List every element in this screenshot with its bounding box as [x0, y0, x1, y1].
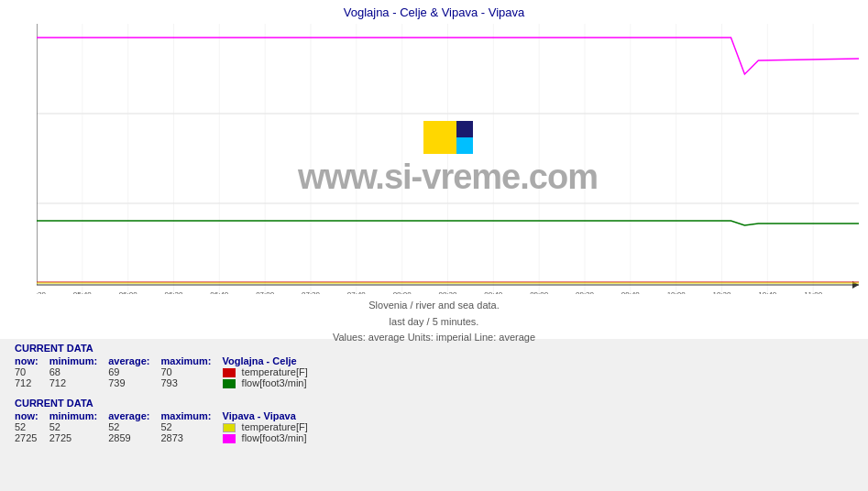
svg-text:07:20: 07:20 — [302, 290, 320, 294]
svg-text:08:20: 08:20 — [439, 290, 457, 294]
flow1-now: 712 — [15, 377, 49, 388]
header2-max: maximum: — [161, 410, 223, 421]
temp1-now: 70 — [15, 366, 49, 377]
svg-text:08:00: 08:00 — [393, 290, 412, 294]
header-min: minimum: — [49, 355, 109, 366]
data-section-2: CURRENT DATA now: minimum: average: maxi… — [15, 398, 853, 449]
temp2-max: 52 — [161, 421, 223, 432]
svg-text:09:00: 09:00 — [530, 290, 548, 294]
flow1-unit: flow[foot3/min] — [242, 377, 307, 388]
temp1-color-swatch — [223, 368, 236, 377]
header2-station: Vipava - Vipava — [223, 410, 319, 421]
flow2-unit: flow[foot3/min] — [242, 432, 307, 443]
temp1-min: 68 — [49, 366, 109, 377]
svg-text:08:40: 08:40 — [484, 290, 502, 294]
flow2-max: 2873 — [161, 432, 223, 443]
flow2-min: 2725 — [49, 432, 109, 443]
temp1-max: 70 — [161, 366, 223, 377]
data-sections: CURRENT DATA now: minimum: average: maxi… — [0, 339, 868, 456]
section2-flow-row: 2725 2725 2859 2873 flow[foot3/min] — [15, 432, 319, 443]
svg-text:10:40: 10:40 — [758, 290, 776, 294]
flow2-now: 2725 — [15, 432, 49, 443]
svg-text:07:40: 07:40 — [347, 290, 366, 294]
svg-text:05:40: 05:40 — [73, 290, 92, 294]
temp1-label: temperature[F] — [223, 366, 319, 377]
temp2-now: 52 — [15, 421, 49, 432]
svg-text:06:40: 06:40 — [210, 290, 228, 294]
flow2-label: flow[foot3/min] — [223, 432, 319, 443]
header-avg: average: — [108, 355, 160, 366]
flow1-avg: 739 — [108, 377, 160, 388]
section1-table: now: minimum: average: maximum: Voglajna… — [15, 355, 319, 388]
header-max: maximum: — [161, 355, 223, 366]
temp1-unit: temperature[F] — [242, 366, 308, 377]
chart-title: Voglajna - Celje & Vipava - Vipava — [0, 0, 868, 19]
page-container: Voglajna - Celje & Vipava - Vipava www.s… — [0, 0, 868, 491]
header2-min: minimum: — [49, 410, 109, 421]
svg-text:05:20: 05:20 — [37, 290, 47, 294]
temp2-min: 52 — [49, 421, 109, 432]
svg-text:09:40: 09:40 — [621, 290, 640, 294]
header2-avg: average: — [108, 410, 160, 421]
subtitle-line2: last day / 5 minutes. — [0, 314, 868, 331]
chart-canvas-wrapper: www.si-vreme.com — [37, 24, 859, 294]
section2-temp-row: 52 52 52 52 temperature[F] — [15, 421, 319, 432]
chart-area: Voglajna - Celje & Vipava - Vipava www.s… — [0, 0, 868, 339]
flow1-min: 712 — [49, 377, 109, 388]
subtitle-line3: Values: average Units: imperial Line: av… — [0, 330, 868, 346]
temp1-avg: 69 — [108, 366, 160, 377]
svg-text:10:20: 10:20 — [713, 290, 731, 294]
temp2-label: temperature[F] — [223, 421, 319, 432]
flow1-label: flow[foot3/min] — [223, 377, 319, 388]
chart-subtitle: Slovenia / river and sea data. last day … — [0, 298, 868, 346]
header-now: now: — [15, 355, 49, 366]
temp2-avg: 52 — [108, 421, 160, 432]
subtitle-line1: Slovenia / river and sea data. — [0, 298, 868, 314]
flow2-avg: 2859 — [108, 432, 160, 443]
svg-text:10:00: 10:00 — [667, 290, 686, 294]
svg-text:06:20: 06:20 — [165, 290, 183, 294]
section1-header-row: now: minimum: average: maximum: Voglajna… — [15, 355, 319, 366]
flow1-max: 793 — [161, 377, 223, 388]
chart-svg: 2 k 1 k 05:20 05:40 06:00 06:20 06:40 07… — [37, 24, 859, 294]
svg-text:06:00: 06:00 — [119, 290, 137, 294]
svg-text:11:00: 11:00 — [804, 290, 822, 294]
flow1-color-swatch — [223, 379, 236, 388]
section2-title: CURRENT DATA — [15, 398, 853, 409]
temp2-unit: temperature[F] — [242, 421, 308, 432]
section2-header-row: now: minimum: average: maximum: Vipava -… — [15, 410, 319, 421]
section2-table: now: minimum: average: maximum: Vipava -… — [15, 410, 319, 443]
header2-now: now: — [15, 410, 49, 421]
data-section-1: CURRENT DATA now: minimum: average: maxi… — [15, 343, 853, 394]
section1-temp-row: 70 68 69 70 temperature[F] — [15, 366, 319, 377]
section1-flow-row: 712 712 739 793 flow[foot3/min] — [15, 377, 319, 388]
flow2-color-swatch — [223, 434, 236, 443]
header-station: Voglajna - Celje — [223, 355, 319, 366]
svg-text:09:20: 09:20 — [576, 290, 594, 294]
svg-text:07:00: 07:00 — [256, 290, 274, 294]
temp2-color-swatch — [223, 423, 236, 432]
